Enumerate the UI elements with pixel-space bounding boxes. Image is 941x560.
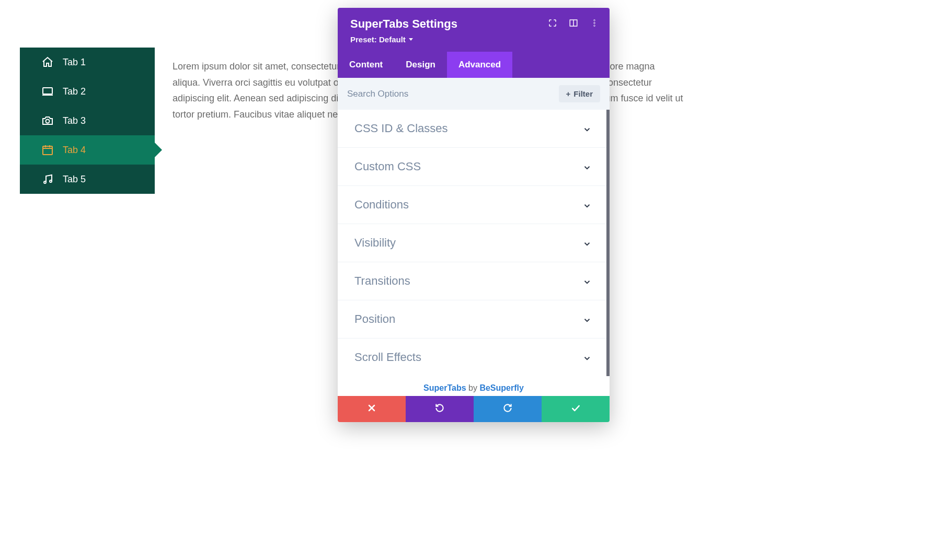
option-label: CSS ID & Classes [354, 122, 448, 135]
svg-point-8 [594, 25, 595, 27]
laptop-icon [41, 85, 54, 98]
check-icon [570, 403, 581, 416]
svg-point-1 [46, 120, 50, 123]
svg-rect-2 [43, 146, 52, 155]
option-label: Conditions [354, 198, 409, 212]
sidebar-item-label: Tab 2 [63, 86, 86, 97]
panel-header-actions [548, 18, 599, 28]
sidebar-item-tab-4[interactable]: Tab 4 [20, 135, 155, 165]
calendar-icon [41, 143, 54, 157]
sidebar-item-label: Tab 5 [63, 174, 86, 185]
chevron-down-icon [582, 353, 592, 362]
tab-advanced[interactable]: Advanced [447, 52, 512, 78]
svg-point-4 [50, 180, 52, 182]
tabs-sidebar: Tab 1 Tab 2 Tab 3 Tab 4 Tab 5 [20, 48, 155, 194]
redo-icon [502, 403, 513, 416]
credit-author-link[interactable]: BeSuperfly [479, 383, 523, 392]
option-custom-css[interactable]: Custom CSS [338, 147, 606, 185]
more-vertical-icon[interactable] [590, 18, 599, 28]
option-label: Position [354, 312, 395, 326]
sidebar-item-tab-1[interactable]: Tab 1 [20, 48, 155, 77]
svg-rect-0 [43, 88, 52, 94]
preset-dropdown[interactable]: Preset: Default [350, 35, 413, 44]
sidebar-item-tab-2[interactable]: Tab 2 [20, 77, 155, 106]
chevron-down-icon [582, 276, 592, 286]
chevron-down-icon [582, 238, 592, 248]
cancel-button[interactable] [338, 396, 406, 422]
svg-point-3 [44, 181, 46, 183]
expand-icon[interactable] [548, 18, 557, 28]
options-list[interactable]: CSS ID & Classes Custom CSS Conditions V… [338, 110, 610, 376]
option-label: Visibility [354, 236, 396, 250]
camera-icon [41, 114, 54, 127]
option-label: Custom CSS [354, 160, 421, 173]
redo-button[interactable] [474, 396, 542, 422]
credit-product-link[interactable]: SuperTabs [423, 383, 466, 392]
tab-design[interactable]: Design [394, 52, 447, 78]
sidebar-item-tab-3[interactable]: Tab 3 [20, 106, 155, 135]
plus-icon: + [566, 89, 571, 98]
option-label: Scroll Effects [354, 351, 421, 364]
option-transitions[interactable]: Transitions [338, 262, 606, 300]
chevron-down-icon [582, 314, 592, 324]
credit-by: by [466, 383, 480, 392]
chevron-down-icon [582, 200, 592, 209]
search-filter-row: + Filter [338, 78, 610, 110]
option-scroll-effects[interactable]: Scroll Effects [338, 338, 606, 376]
close-icon [366, 403, 377, 416]
panel-footer [338, 396, 610, 422]
panel-header: SuperTabs Settings Preset: Default [338, 8, 610, 52]
option-conditions[interactable]: Conditions [338, 185, 606, 224]
undo-icon [434, 403, 445, 416]
chevron-down-icon [582, 162, 592, 171]
chevron-down-icon [582, 124, 592, 133]
filter-button[interactable]: + Filter [559, 85, 600, 102]
search-input[interactable] [347, 89, 559, 99]
svg-point-7 [594, 22, 595, 24]
save-button[interactable] [542, 396, 610, 422]
tab-content[interactable]: Content [338, 52, 394, 78]
panel-tabs: Content Design Advanced [338, 52, 610, 78]
option-position[interactable]: Position [338, 300, 606, 338]
columns-icon[interactable] [569, 18, 578, 28]
sidebar-item-label: Tab 4 [63, 145, 86, 156]
sidebar-item-tab-5[interactable]: Tab 5 [20, 165, 155, 194]
svg-point-6 [594, 19, 595, 21]
sidebar-item-label: Tab 3 [63, 115, 86, 126]
home-icon [41, 55, 54, 69]
panel-credit: SuperTabs by BeSuperfly [338, 376, 610, 396]
sidebar-item-label: Tab 1 [63, 57, 86, 68]
option-visibility[interactable]: Visibility [338, 224, 606, 262]
option-label: Transitions [354, 274, 410, 288]
music-icon [41, 172, 54, 186]
filter-button-label: Filter [573, 89, 593, 98]
settings-panel: SuperTabs Settings Preset: Default Conte… [338, 8, 610, 422]
option-css-id-classes[interactable]: CSS ID & Classes [338, 110, 606, 147]
undo-button[interactable] [406, 396, 474, 422]
